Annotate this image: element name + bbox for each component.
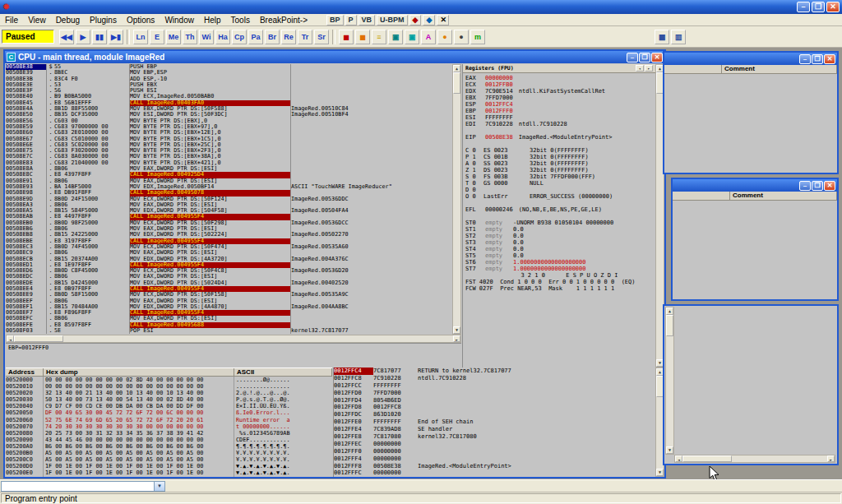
registers-prev-button[interactable]: ◂ xyxy=(636,65,644,72)
title-bar[interactable]: ✹ –❒✕ xyxy=(0,0,842,14)
register-row[interactable]: EIP00508E38ImageRed.<ModuleEntryPoint> xyxy=(465,134,653,141)
disasm-row[interactable]: 00508E67.C683 C5010000 00MOV BYTE PTR DS… xyxy=(6,136,452,142)
fpu-register-row[interactable]: ST3empty0.0 xyxy=(465,239,653,246)
disasm-row[interactable]: 00508E93.BA 14BF5000MOV EDX,ImageRed.005… xyxy=(6,184,452,190)
disasm-row[interactable]: 00508ED1.E8 1E97F8FFCALL ImageRed.004955… xyxy=(6,262,452,268)
flag-row[interactable]: S 0FS 003B32bit 7FFDF000(FFF) xyxy=(465,173,653,180)
disasm-row[interactable]: 00508E56.C603 00MOV BYTE PTR DS:[EBX],0 xyxy=(6,118,452,124)
dump-row[interactable]: 005200F01F 00 1E 00 1F 00 1E 00 1F 00 1E… xyxy=(6,476,332,477)
menu-button-p[interactable]: P xyxy=(345,15,357,25)
disasm-row[interactable]: 00508E9D.8B0D 24F15000MOV ECX,DWORD PTR … xyxy=(6,197,452,202)
maximize-button[interactable]: ❒ xyxy=(639,53,650,62)
close-button[interactable]: ✕ xyxy=(826,2,840,12)
disasm-row[interactable]: 00508E3E.53PUSH EBX xyxy=(6,82,452,88)
disassembly-vertical-scrollbar[interactable]: ▲ ▼ xyxy=(452,64,461,335)
menu-item-breakpoint[interactable]: BreakPoint-> xyxy=(255,14,312,26)
disasm-row[interactable]: 00508EC3.8B0D 74F45000MOV ECX,DWORD PTR … xyxy=(6,244,452,250)
appearance-button[interactable]: A xyxy=(421,30,436,44)
comment-window-1-body[interactable] xyxy=(664,74,837,173)
dump-row[interactable]: 0052009043 44 45 46 00 00 00 00 00 00 00… xyxy=(6,437,332,443)
fpu-register-row[interactable]: ST0empty-UNORM B938 01050104 00000000 xyxy=(465,220,653,226)
comment-window-2-body[interactable] xyxy=(673,201,837,299)
disasm-row[interactable]: 00508EFC.8B06MOV EAX,DWORD PTR DS:[ESI] xyxy=(6,316,452,321)
dump-header-hex[interactable]: Hex dump xyxy=(44,368,234,376)
executables-button[interactable]: E xyxy=(150,30,164,44)
dump-row[interactable]: 00520040C9 D7 CF 00 CD CE 00 DB DA 00 CB… xyxy=(6,403,332,409)
dump-row[interactable]: 0052002032 13 40 00 21 13 40 00 10 13 40… xyxy=(6,390,332,396)
flag-row[interactable]: T 0GS 0000NULL xyxy=(465,180,653,187)
breakpoints-button[interactable]: Br xyxy=(265,30,280,44)
disasm-row[interactable]: 00508EAB.E8 4497F8FFCALL ImageRed.004955… xyxy=(6,214,452,220)
flag-row[interactable]: O 0LastErrERROR_SUCCESS (00000000) xyxy=(465,193,653,200)
dump-row[interactable]: 0052001000 00 00 00 00 00 00 00 00 00 00… xyxy=(6,383,332,390)
windows-button[interactable]: Wi xyxy=(199,30,214,44)
stack-row[interactable]: 0012FFE87C817080kernel32.7C817080 xyxy=(334,433,655,441)
register-row[interactable]: EBP0012FFF0 xyxy=(465,108,653,114)
stack-row[interactable]: 0012FFD48054B6ED xyxy=(334,397,655,405)
disasm-row[interactable]: 00508F03.5EPOP ESIkernel32.7C817077 xyxy=(6,328,452,334)
stack-row[interactable]: 0012FFCCFFFFFFFF xyxy=(334,382,655,390)
menu-item-window[interactable]: Window xyxy=(160,14,199,26)
stack-row[interactable]: 0012FFE47C839AD8SE handler xyxy=(334,426,655,433)
close-button[interactable]: ✕ xyxy=(824,181,835,191)
efl-row[interactable]: EFL00000246(NO,NB,E,BE,NS,PE,GE,LE) xyxy=(465,206,653,213)
menu-item-view[interactable]: View xyxy=(23,14,51,26)
disasm-row[interactable]: 00508ECB.8B15 20374A00MOV EDX,DWORD PTR … xyxy=(6,257,452,262)
menu-button-u-bpm[interactable]: U-BPM xyxy=(377,15,408,25)
dump-header-address[interactable]: Address xyxy=(6,368,44,376)
maximize-button[interactable]: ❒ xyxy=(812,2,825,12)
disasm-row[interactable]: 00508E39.8BECMOV EBP,ESP xyxy=(6,70,452,76)
comment-window-2-title-bar[interactable]: –❒✕ xyxy=(673,179,837,192)
barrier-button[interactable]: ◼ xyxy=(339,30,354,44)
disasm-row[interactable]: 00508E40.B9 B0BA5000MOV ECX,ImageRed.005… xyxy=(6,94,452,99)
dump-row[interactable]: 0052007074 20 30 30 30 30 30 30 30 30 00… xyxy=(6,423,332,430)
scrollbar-thumb[interactable] xyxy=(666,315,673,336)
register-row[interactable]: ECX0012FFB0 xyxy=(465,81,653,88)
dump-row[interactable]: 005200D01F 00 1E 00 1F 00 1E 00 1F 00 1E… xyxy=(6,463,332,469)
scrollbar-track[interactable] xyxy=(14,335,453,342)
scroll-up-icon[interactable]: ▲ xyxy=(666,307,673,315)
menu-button-vb[interactable]: VB xyxy=(359,15,376,25)
tool-1-button[interactable]: ▣ xyxy=(388,30,403,44)
scrollbar-thumb[interactable] xyxy=(453,72,460,94)
register-row[interactable]: EDX7C90E514ntdll.KiFastSystemCallRet xyxy=(465,88,653,95)
dump-row[interactable]: 0052003050 13 40 00 73 13 40 00 54 13 40… xyxy=(6,396,332,403)
registers-next-button[interactable]: ▸ xyxy=(645,65,653,72)
menu-item-help[interactable]: Help xyxy=(199,14,226,26)
patch-tool-button[interactable]: ◼ xyxy=(355,30,370,44)
disasm-row[interactable]: 00508EDE.8B15 D4245000MOV EDX,DWORD PTR … xyxy=(6,280,452,286)
disasm-row[interactable]: 00508EB0.8B0D 98F25000MOV ECX,DWORD PTR … xyxy=(6,220,452,226)
minimize-button[interactable]: – xyxy=(799,54,811,64)
minimize-button[interactable]: – xyxy=(627,53,638,62)
maximize-button[interactable]: ❒ xyxy=(812,181,823,191)
stack-row[interactable]: 0012FFF000000000 xyxy=(334,448,655,455)
tool-4-button[interactable]: ● xyxy=(454,30,469,44)
patches-button[interactable]: Pa xyxy=(248,30,263,44)
disasm-row[interactable]: 00508E45.E8 56B1EFFFCALL ImageRed.00403F… xyxy=(6,100,452,106)
dump-row[interactable]: 0052006052 75 6E 74 69 6D 65 20 65 72 72… xyxy=(6,417,332,423)
disasm-row[interactable]: 00508E91.8B06MOV EAX,DWORD PTR DS:[ESI] xyxy=(6,178,452,184)
scrollbar-thumb[interactable] xyxy=(682,455,732,462)
log-window-button[interactable]: Ln xyxy=(133,30,148,44)
menu-item-plugins[interactable]: Plugins xyxy=(85,14,122,26)
disasm-row[interactable]: 00508E8C.E8 4397F8FFCALL ImageRed.004925… xyxy=(6,172,452,178)
tool-3-button[interactable]: ● xyxy=(437,30,452,44)
disasm-row[interactable]: 00508E8A.8B06MOV EAX,DWORD PTR DS:[ESI] xyxy=(6,166,452,172)
stack-row[interactable]: 0012FFD80012FFC8 xyxy=(334,404,655,411)
panel-tool-button[interactable]: ▥ xyxy=(671,30,686,44)
disasm-row[interactable]: 00508E3B.83C4 F0ADD ESP,-10 xyxy=(6,76,452,82)
stack-row[interactable]: 0012FFF800508E38ImageRed.<ModuleEntryPoi… xyxy=(334,463,655,470)
registers-pane[interactable]: Registers (FPU) ◂▸ EAX00000000ECX0012FFB… xyxy=(462,64,655,368)
disasm-row[interactable]: 00508EE4.E8 0B97F8FFCALL ImageRed.004955… xyxy=(6,286,452,292)
comment-window-1-title-bar[interactable]: –❒✕ xyxy=(664,53,837,65)
restart-button[interactable]: ◀◀ xyxy=(59,30,74,44)
memory-map-button[interactable]: Me xyxy=(166,30,181,44)
scrollbar-track[interactable] xyxy=(453,72,460,326)
menu-item-tools[interactable]: Tools xyxy=(226,14,255,26)
dump-row[interactable]: 005200E01F 00 1E 00 1F 00 1E 00 1F 00 1E… xyxy=(6,469,332,476)
disasm-row[interactable]: 00508E6E.C683 5C020000 00MOV BYTE PTR DS… xyxy=(6,142,452,148)
disasm-row[interactable]: 00508E59.C683 97000000 00MOV BYTE PTR DS… xyxy=(6,124,452,130)
disasm-row[interactable]: 00508EA3.8B06MOV EAX,DWORD PTR DS:[ESI] xyxy=(6,202,452,208)
disasm-row[interactable]: 00508EA5.8B15 584F5000MOV EDX,DWORD PTR … xyxy=(6,208,452,214)
fpu-register-row[interactable]: ST6empty1.0000000000000000000 xyxy=(465,259,653,266)
